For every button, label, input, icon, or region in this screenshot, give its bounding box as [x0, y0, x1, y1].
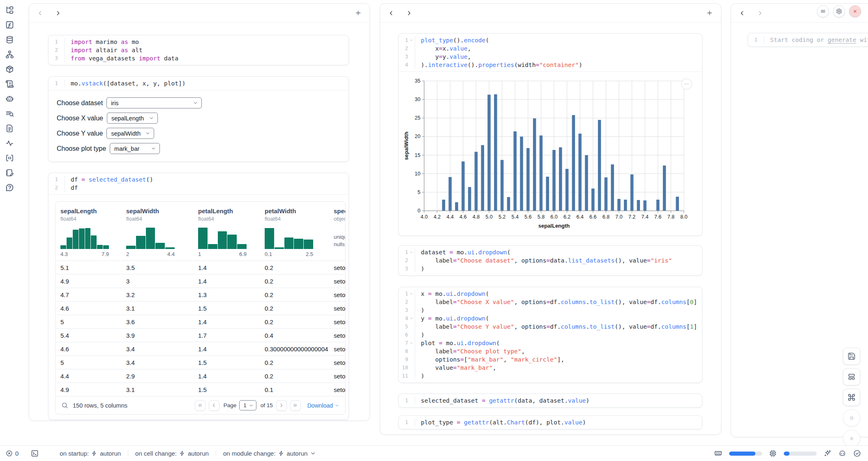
- cell-dataframe[interactable]: 1df = selected_dataset()2dfsepalLengthfl…: [48, 173, 349, 420]
- column-header-petalWidth[interactable]: petalWidthfloat640.12.5: [260, 207, 329, 257]
- cell-plot[interactable]: 1plot_type().encode(2 x=x.value,3 y=y.va…: [398, 33, 702, 236]
- column-header-sepalLength[interactable]: sepalLengthfloat644.37.9: [55, 207, 121, 257]
- stop-button[interactable]: [843, 409, 860, 426]
- column-prev-button[interactable]: [37, 10, 44, 16]
- column-histogram[interactable]: [60, 226, 109, 249]
- sidebar-snippets-icon[interactable]: [5, 154, 14, 162]
- prev-page-button[interactable]: [209, 400, 219, 411]
- scratchpad-cell[interactable]: 1 Start coding or generate with: [748, 33, 868, 47]
- column-header-sepalWidth[interactable]: sepalWidthfloat6424.4: [121, 207, 193, 257]
- bar-chart[interactable]: 4.04.24.44.64.85.05.25.45.65.86.06.26.46…: [403, 76, 690, 231]
- autorun-setting[interactable]: on startup:autorun: [53, 450, 128, 457]
- choose-plot-type-select[interactable]: mark_bar: [110, 143, 160, 154]
- column-prev-button[interactable]: [739, 10, 746, 16]
- generate-with-ai-link[interactable]: generate: [828, 37, 856, 43]
- cell-editor[interactable]: 1import marimo as mo2import altair as al…: [48, 35, 349, 65]
- fold-chevron-icon[interactable]: [409, 316, 413, 320]
- layout-button[interactable]: [843, 368, 860, 385]
- cell-editor[interactable]: 1dataset = mo.ui.dropdown(2 label="Choos…: [399, 246, 702, 275]
- table-cell: setosa: [329, 264, 346, 271]
- sidebar-notebook-pen-icon[interactable]: [5, 168, 14, 177]
- column-next-button[interactable]: [55, 10, 61, 16]
- table-row[interactable]: 4.93.11.50.1setosa: [55, 383, 346, 396]
- column-prev-button[interactable]: [388, 10, 395, 16]
- save-button[interactable]: [843, 348, 860, 365]
- cell-editor[interactable]: 1plot_type = getattr(alt.Chart(df), plot…: [399, 416, 702, 429]
- column-histogram[interactable]: [265, 226, 313, 249]
- choose-y-value-select[interactable]: sepalWidth: [106, 128, 154, 139]
- sidebar-chat-bot-icon[interactable]: [5, 95, 14, 103]
- table-row[interactable]: 5.43.91.70.4setosa: [55, 328, 346, 342]
- cell-editor[interactable]: 1x = mo.ui.dropdown(2 label="Choose X va…: [399, 287, 702, 383]
- cell-editor[interactable]: 1mo.vstack([dataset, x, y, plot]): [48, 77, 349, 90]
- line-number: 2: [399, 44, 415, 53]
- add-cell-button[interactable]: [706, 9, 713, 16]
- fold-chevron-icon[interactable]: [409, 250, 413, 254]
- column-next-button[interactable]: [406, 10, 412, 16]
- cell-imports[interactable]: 1import marimo as mo2import altair as al…: [48, 35, 349, 65]
- last-page-button[interactable]: [290, 400, 301, 411]
- first-page-button[interactable]: [195, 400, 205, 411]
- cell-selected-dataset[interactable]: 1selected_dataset = getattr(data, datase…: [398, 394, 702, 408]
- table-row[interactable]: 53.41.50.2setosa: [55, 355, 346, 369]
- chart-actions-button[interactable]: [681, 78, 692, 90]
- cpu-icon[interactable]: [769, 449, 777, 457]
- next-page-button[interactable]: [276, 400, 287, 411]
- sidebar-document-icon[interactable]: [5, 124, 14, 133]
- choose-dataset-select[interactable]: iris: [106, 97, 202, 108]
- table-row[interactable]: 53.61.40.2setosa: [55, 315, 346, 328]
- settings-button[interactable]: [833, 5, 845, 17]
- sidebar-file-tree-icon[interactable]: [5, 6, 14, 14]
- sidebar-activity-icon[interactable]: [5, 139, 14, 148]
- shutdown-button[interactable]: [849, 5, 861, 17]
- table-cell: 0.2: [260, 373, 329, 380]
- cell-xy-plot-dropdowns[interactable]: 1x = mo.ui.dropdown(2 label="Choose X va…: [398, 287, 702, 383]
- memory-icon[interactable]: [714, 449, 722, 457]
- table-row[interactable]: 4.42.91.40.2setosa: [55, 369, 346, 383]
- command-palette-button[interactable]: [843, 389, 860, 406]
- table-row[interactable]: 4.63.11.50.2setosa: [55, 301, 346, 315]
- scratchpad-editor[interactable]: 1 Start coding or generate with: [748, 33, 868, 46]
- cell-vstack[interactable]: 1mo.vstack([dataset, x, y, plot])Choose …: [48, 76, 349, 162]
- cell-editor[interactable]: 1df = selected_dataset()2df: [48, 173, 349, 194]
- autorun-setting[interactable]: on module change:autorun: [216, 450, 323, 457]
- chevron-down-icon: [193, 100, 198, 106]
- terminal-button[interactable]: [31, 449, 39, 457]
- sidebar-database-icon[interactable]: [5, 35, 14, 44]
- column-histogram[interactable]: [126, 226, 175, 249]
- copilot-icon[interactable]: [838, 449, 846, 457]
- page-select[interactable]: 1: [239, 400, 256, 410]
- download-button[interactable]: Download: [307, 402, 339, 409]
- autorun-setting[interactable]: on cell change:autorun: [128, 450, 216, 457]
- sidebar-dependency-graph-icon[interactable]: [5, 50, 14, 59]
- column-histogram[interactable]: [198, 226, 247, 249]
- sidebar-help-bubble-icon[interactable]: [5, 183, 14, 192]
- cell-plot-type[interactable]: 1plot_type = getattr(alt.Chart(df), plot…: [398, 415, 702, 429]
- cell-editor[interactable]: 1plot_type().encode(2 x=x.value,3 y=y.va…: [399, 34, 702, 71]
- sidebar-scroll-text-icon[interactable]: [5, 80, 14, 88]
- column-header-petalLength[interactable]: petalLengthfloat6416.9: [193, 207, 260, 257]
- sidebar-function-square-icon[interactable]: [5, 21, 14, 29]
- fold-chevron-icon[interactable]: [409, 341, 413, 345]
- menu-button[interactable]: [817, 5, 829, 17]
- ai-sparkles-icon[interactable]: [824, 449, 831, 457]
- fold-chevron-icon[interactable]: [409, 292, 413, 296]
- search-icon[interactable]: [61, 402, 68, 409]
- errors-indicator[interactable]: 0: [6, 450, 18, 457]
- choose-x-value-select[interactable]: sepalLength: [107, 113, 158, 124]
- cell-dataset-dropdown[interactable]: 1dataset = mo.ui.dropdown(2 label="Choos…: [398, 245, 702, 276]
- cell-editor[interactable]: 1selected_dataset = getattr(data, datase…: [399, 394, 702, 407]
- fold-chevron-icon[interactable]: [409, 38, 413, 42]
- chart-output: 4.04.24.44.64.85.05.25.45.65.86.06.26.46…: [399, 71, 702, 235]
- column-header-species[interactable]: speciesobjectunique:nulls:: [329, 207, 346, 257]
- run-button[interactable]: [843, 430, 860, 447]
- table-row[interactable]: 4.63.41.40.30000000000000004setosa: [55, 342, 346, 355]
- sidebar-package-icon[interactable]: [5, 65, 14, 74]
- add-cell-button[interactable]: [355, 9, 362, 16]
- column-next-button[interactable]: [757, 10, 763, 16]
- connection-status-icon[interactable]: [853, 449, 861, 457]
- table-row[interactable]: 4.73.21.30.2setosa: [55, 288, 346, 301]
- table-row[interactable]: 5.13.51.40.2setosa: [55, 260, 346, 274]
- sidebar-log-search-icon[interactable]: [5, 109, 14, 118]
- table-row[interactable]: 4.931.40.2setosa: [55, 274, 346, 288]
